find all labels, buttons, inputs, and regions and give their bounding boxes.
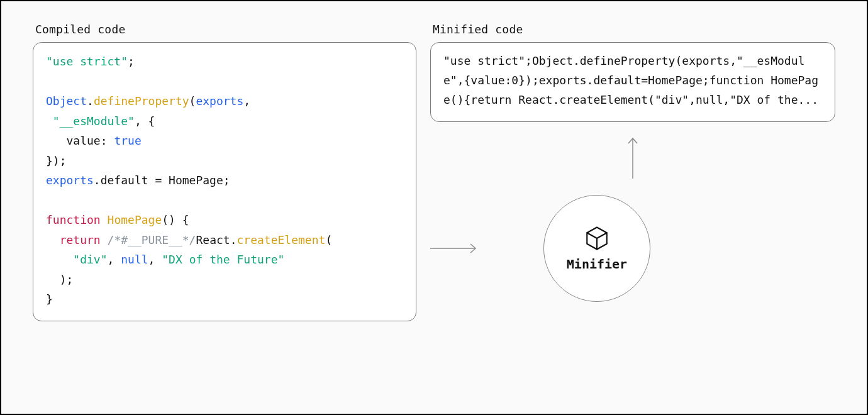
code-token: true bbox=[114, 134, 141, 147]
code-token: return bbox=[60, 233, 101, 246]
code-token: () { bbox=[162, 213, 189, 226]
code-token: , bbox=[243, 94, 250, 108]
code-token bbox=[101, 233, 108, 246]
minifier-node: Minifier bbox=[543, 195, 650, 302]
minifier-label: Minifier bbox=[567, 257, 627, 272]
code-token: defineProperty bbox=[94, 94, 189, 108]
compiled-code-box: "use strict"; Object.defineProperty(expo… bbox=[33, 42, 416, 321]
code-token bbox=[101, 213, 108, 226]
code-token: ( bbox=[189, 94, 196, 108]
code-token: ; bbox=[128, 55, 135, 68]
code-token bbox=[46, 253, 73, 266]
code-token: "div" bbox=[73, 253, 107, 266]
code-token: }); bbox=[46, 154, 67, 167]
code-token: "use strict" bbox=[46, 55, 128, 68]
compiled-code-title: Compiled code bbox=[35, 23, 416, 36]
diagram-frame: Compiled code "use strict"; Object.defin… bbox=[0, 0, 868, 415]
code-token: value: bbox=[46, 134, 114, 147]
code-token: HomePage bbox=[108, 213, 162, 226]
code-token: function bbox=[46, 213, 101, 226]
minified-code-panel: Minified code "use strict";Object.define… bbox=[430, 23, 835, 302]
minified-code-listing: "use strict";Object.defineProperty(expor… bbox=[443, 52, 822, 110]
code-token: createElement bbox=[236, 233, 325, 246]
code-token bbox=[46, 233, 60, 246]
code-token: . bbox=[87, 94, 94, 108]
compiled-code-listing: "use strict"; Object.defineProperty(expo… bbox=[46, 52, 403, 309]
code-token: null bbox=[121, 253, 148, 266]
code-token: React. bbox=[196, 233, 236, 246]
code-token: /*#__PURE__*/ bbox=[108, 233, 196, 246]
code-token: exports bbox=[46, 174, 94, 187]
code-token: ( bbox=[325, 233, 332, 246]
code-token: ); bbox=[46, 273, 73, 286]
code-token bbox=[46, 114, 53, 128]
code-token: , bbox=[108, 253, 121, 266]
arrow-right-icon bbox=[430, 242, 481, 255]
code-token: } bbox=[46, 292, 53, 306]
code-token: "DX of the Future" bbox=[162, 253, 284, 266]
code-token: , bbox=[148, 253, 162, 266]
code-token: , { bbox=[135, 114, 155, 128]
code-token: Object bbox=[46, 94, 87, 108]
code-token: "__esModule" bbox=[53, 114, 135, 128]
arrow-up-icon bbox=[430, 135, 835, 179]
code-token: exports bbox=[196, 94, 243, 108]
compiled-code-panel: Compiled code "use strict"; Object.defin… bbox=[33, 23, 416, 321]
minified-code-box: "use strict";Object.defineProperty(expor… bbox=[430, 42, 835, 122]
minified-code-title: Minified code bbox=[433, 23, 835, 36]
cube-icon bbox=[584, 225, 610, 252]
minifier-row: Minifier bbox=[430, 195, 835, 302]
code-token: .default = HomePage; bbox=[94, 174, 230, 187]
